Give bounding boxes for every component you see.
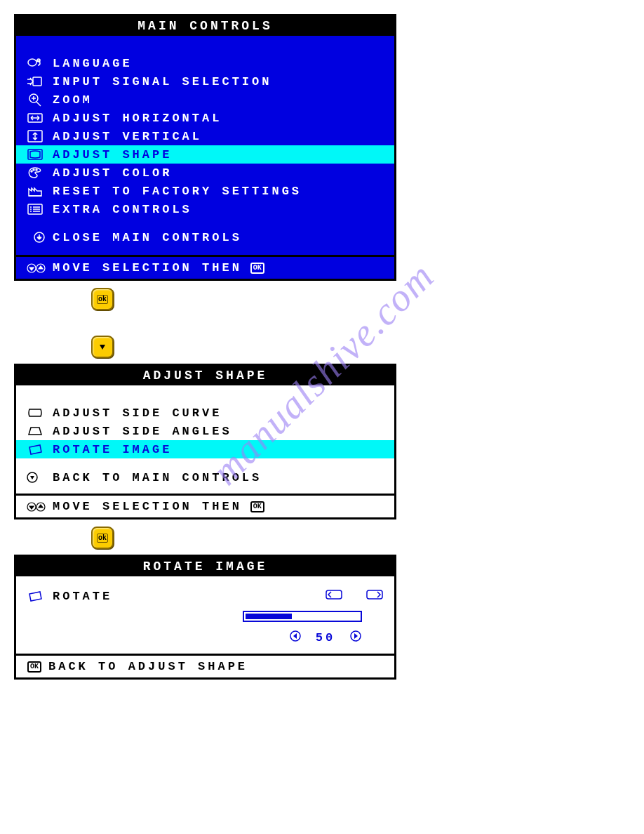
menu-item-side-angles[interactable]: ADJUST SIDE ANGLES (16, 422, 394, 440)
down-button-row (14, 336, 630, 358)
vertical-icon (26, 129, 53, 143)
ok-button-row: ok (14, 288, 630, 310)
svg-point-0 (28, 59, 36, 66)
updown-arrows-icon (26, 262, 53, 274)
menu-item-extra-controls[interactable]: EXTRA CONTROLS (16, 200, 394, 218)
menu-item-rotate-image[interactable]: ROTATE IMAGE (16, 440, 394, 458)
menu-item-zoom[interactable]: ZOOM (16, 91, 394, 109)
menu-item-language[interactable]: ? LANGUAGE (16, 54, 394, 72)
slider-row (16, 606, 394, 627)
menu-item-adjust-shape[interactable]: ADJUST SHAPE (16, 145, 394, 164)
menu-item-adjust-vertical[interactable]: ADJUST VERTICAL (16, 127, 394, 145)
menu-item-label: INPUT SIGNAL SELECTION (53, 75, 271, 88)
rotate-cw-icon (365, 588, 384, 605)
ok-button[interactable]: ok (91, 527, 114, 549)
menu-item-input-signal[interactable]: INPUT SIGNAL SELECTION (16, 72, 394, 91)
rotate-icon (26, 589, 53, 603)
menu-item-label: LANGUAGE (53, 57, 133, 70)
arrow-left-icon[interactable] (289, 630, 302, 646)
ok-button-row-2: ok (14, 527, 630, 549)
footer-text: MOVE SELECTION THEN (53, 261, 242, 274)
adjust-shape-panel: ADJUST SHAPE ADJUST SIDE CURVE ADJUST SI… (14, 364, 396, 519)
updown-arrows-icon (26, 501, 53, 513)
menu-item-side-curve[interactable]: ADJUST SIDE CURVE (16, 404, 394, 422)
arrow-right-icon[interactable] (349, 630, 362, 646)
palette-icon (26, 166, 53, 180)
menu-item-adjust-color[interactable]: ADJUST COLOR (16, 164, 394, 182)
menu-item-close[interactable]: CLOSE MAIN CONTROLS (16, 228, 394, 246)
menu-body: ? LANGUAGE INPUT SIGNAL SELECTION ZOOM A… (16, 36, 394, 255)
menu-item-adjust-horizontal[interactable]: ADJUST HORIZONTAL (16, 109, 394, 127)
horizontal-icon (26, 111, 53, 125)
input-signal-icon (26, 74, 53, 88)
side-angles-icon (26, 424, 53, 438)
slider-value: 50 (311, 631, 340, 644)
menu-item-label: ADJUST HORIZONTAL (53, 112, 222, 125)
rotate-ccw-icon (324, 588, 344, 605)
panel-title: MAIN CONTROLS (16, 16, 394, 36)
ok-icon: OK (250, 501, 264, 512)
menu-item-label: RESET TO FACTORY SETTINGS (53, 185, 302, 198)
ok-icon: OK (250, 263, 264, 274)
list-icon (26, 202, 53, 216)
svg-point-13 (36, 169, 37, 171)
ok-icon: OK (27, 661, 41, 673)
menu-item-label: CLOSE MAIN CONTROLS (53, 231, 242, 244)
menu-item-label: BACK TO MAIN CONTROLS (53, 471, 262, 484)
menu-item-back[interactable]: BACK TO MAIN CONTROLS (16, 468, 394, 486)
factory-icon (26, 184, 53, 198)
rotate-label: ROTATE (53, 590, 112, 603)
svg-rect-3 (33, 77, 41, 86)
svg-point-12 (33, 169, 34, 171)
rotate-image-panel: ROTATE IMAGE ROTATE (14, 555, 396, 680)
down-arrow-icon (26, 231, 53, 244)
menu-item-label: ADJUST SIDE CURVE (53, 406, 222, 420)
menu-item-label: ROTATE IMAGE (53, 443, 172, 456)
shape-icon (26, 147, 53, 161)
down-button[interactable] (91, 336, 114, 358)
side-curve-icon (26, 406, 53, 420)
menu-item-label: EXTRA CONTROLS (53, 203, 192, 216)
menu-item-label: ZOOM (53, 93, 93, 107)
svg-text:?: ? (38, 58, 43, 63)
svg-point-11 (31, 171, 32, 172)
menu-item-label: ADJUST SHAPE (53, 148, 172, 161)
rotate-icon (26, 442, 53, 456)
footer-text: BACK TO ADJUST SHAPE (48, 660, 248, 673)
zoom-icon (26, 93, 53, 107)
down-arrow-icon (26, 471, 53, 484)
menu-item-label: ADJUST VERTICAL (53, 130, 202, 143)
language-icon: ? (26, 56, 53, 70)
menu-item-label: ADJUST SIDE ANGLES (53, 425, 232, 438)
footer-bar: OK BACK TO ADJUST SHAPE (16, 654, 394, 677)
panel-title: ADJUST SHAPE (16, 366, 394, 385)
menu-item-label: ADJUST COLOR (53, 166, 172, 180)
menu-item-factory-reset[interactable]: RESET TO FACTORY SETTINGS (16, 182, 394, 200)
panel-title: ROTATE IMAGE (16, 557, 394, 576)
value-row: 50 (16, 627, 394, 648)
footer-text: MOVE SELECTION THEN (53, 500, 242, 513)
menu-body: ADJUST SIDE CURVE ADJUST SIDE ANGLES ROT… (16, 385, 394, 494)
main-controls-panel: MAIN CONTROLS ? LANGUAGE INPUT SIGNAL SE… (14, 14, 396, 281)
svg-line-7 (36, 102, 41, 106)
menu-item-rotate[interactable]: ROTATE (16, 586, 394, 606)
footer-bar: MOVE SELECTION THEN OK (16, 494, 394, 517)
footer-bar: MOVE SELECTION THEN OK (16, 255, 394, 279)
ok-button[interactable]: ok (91, 288, 114, 310)
slider-bar[interactable] (243, 611, 362, 622)
